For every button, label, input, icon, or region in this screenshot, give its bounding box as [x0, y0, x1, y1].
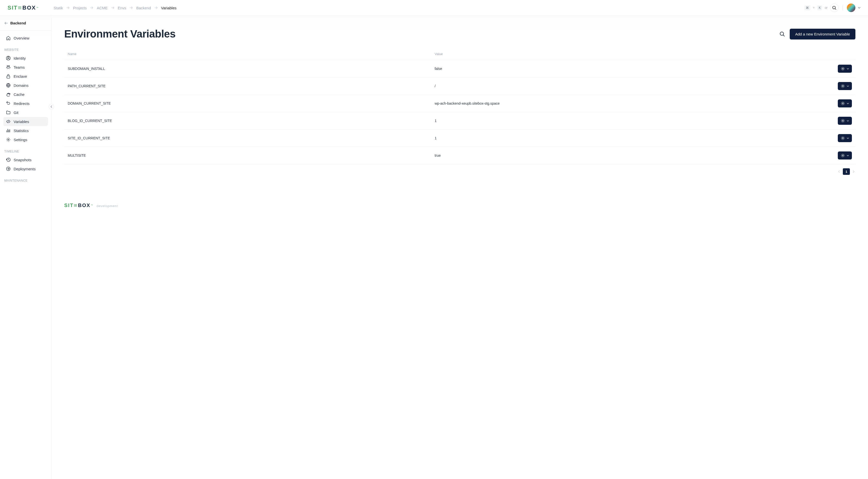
sidebar-item-variables[interactable]: Variables — [3, 117, 48, 126]
breadcrumb-item[interactable]: ACME — [97, 6, 107, 10]
sidebar-item-label: Enclave — [13, 74, 27, 78]
footer-logo: SIT≡BOX™ — [64, 202, 93, 208]
var-value: wp-ach-backend-xeupb.sitebox-stg.space — [435, 101, 802, 105]
sidebar-item-label: Snapshots — [13, 158, 31, 162]
gear-icon — [841, 119, 845, 123]
sidebar-heading: TIMELINE — [3, 144, 48, 155]
page-next-button[interactable] — [852, 169, 856, 174]
logo-tm: ™ — [36, 7, 39, 9]
search-icon — [832, 6, 836, 10]
kbd-or: or — [825, 6, 828, 9]
sidebar-item-statistics[interactable]: Statistics — [3, 126, 48, 135]
sidebar-item-redirects[interactable]: Redirects — [3, 99, 48, 108]
kbd-k: K — [817, 5, 822, 10]
var-name: DOMAIN_CURRENT_SITE — [68, 101, 435, 105]
row-settings-button[interactable] — [838, 65, 852, 73]
logo[interactable]: SIT≡BOX™ — [7, 4, 39, 11]
page-title: Environment Variables — [64, 28, 176, 40]
variables-icon — [6, 119, 10, 124]
page-header: Environment Variables Add a new Environm… — [64, 28, 856, 40]
row-settings-button[interactable] — [838, 117, 852, 125]
breadcrumb-arrow-icon — [90, 6, 93, 9]
chevron-down-icon — [847, 103, 849, 104]
sidebar-item-label: Redirects — [13, 101, 29, 106]
sidebar-item-cache[interactable]: Cache — [3, 90, 48, 99]
sidebar-item-deployments[interactable]: Deployments — [3, 164, 48, 173]
arrow-left-icon — [4, 22, 8, 24]
footer-env: development — [96, 204, 118, 208]
breadcrumb-item[interactable]: Projects — [73, 6, 87, 10]
chevron-down-icon — [847, 86, 849, 87]
row-settings-button[interactable] — [838, 99, 852, 107]
enclave-icon — [6, 74, 10, 78]
row-settings-button[interactable] — [838, 82, 852, 90]
var-value: 1 — [435, 136, 802, 140]
logo-bars: ≡ — [74, 202, 78, 208]
page-prev-button[interactable] — [837, 169, 841, 174]
table-row: BLOG_ID_CURRENT_SITE1 — [64, 112, 856, 129]
add-variable-button[interactable]: Add a new Environment Variable — [790, 29, 856, 39]
snapshots-icon — [6, 158, 10, 162]
row-settings-button[interactable] — [838, 152, 852, 160]
gear-icon — [841, 101, 845, 105]
column-value: Value — [435, 52, 802, 56]
topbar-actions: ⌘ + K or — [804, 3, 861, 12]
teams-icon — [6, 65, 10, 69]
page-search-button[interactable] — [780, 31, 785, 36]
sidebar-item-label: Statistics — [13, 129, 29, 133]
chevron-down-icon — [847, 120, 849, 122]
gear-icon — [841, 136, 845, 140]
var-name: PATH_CURRENT_SITE — [68, 84, 435, 88]
sidebar-item-label: Variables — [13, 120, 29, 124]
kbd-plus: + — [813, 6, 815, 9]
sidebar-item-identity[interactable]: Identity — [3, 54, 48, 63]
page-number[interactable]: 1 — [843, 168, 850, 175]
sidebar-item-label: Deployments — [13, 167, 36, 171]
sidebar-item-label: Overview — [13, 36, 29, 40]
breadcrumb-item[interactable]: Envs — [118, 6, 126, 10]
var-value: false — [435, 67, 802, 71]
chevron-down-icon — [847, 138, 849, 139]
sidebar-item-snapshots[interactable]: Snapshots — [3, 155, 48, 164]
deployments-icon — [6, 166, 10, 171]
sidebar-heading: WEBSITE — [3, 42, 48, 54]
gear-icon — [841, 84, 845, 88]
sidebar-item-teams[interactable]: Teams — [3, 63, 48, 72]
chevron-down-icon — [847, 155, 849, 156]
sidebar-item-enclave[interactable]: Enclave — [3, 72, 48, 81]
logo-tm: ™ — [91, 204, 93, 206]
sidebar-nav: Overview WEBSITEIdentityTeamsEnclaveDoma… — [0, 30, 51, 184]
git-icon — [6, 110, 10, 115]
sidebar-item-settings[interactable]: Settings — [3, 135, 48, 144]
logo-dark: BOX — [22, 4, 36, 11]
user-menu-chevron[interactable] — [858, 7, 861, 8]
back-link[interactable]: Backend — [0, 16, 51, 30]
cache-icon — [6, 92, 10, 97]
table-row: MULTISITEtrue — [64, 147, 856, 164]
back-link-label: Backend — [10, 21, 26, 25]
collapse-sidebar-button[interactable] — [49, 104, 54, 109]
stats-icon — [6, 128, 10, 133]
global-search-button[interactable] — [830, 3, 839, 12]
chevron-down-icon — [847, 68, 849, 69]
row-settings-button[interactable] — [838, 134, 852, 142]
pagination: 1 — [64, 168, 856, 175]
main-content: Environment Variables Add a new Environm… — [52, 16, 868, 479]
breadcrumb-item[interactable]: Backend — [136, 6, 151, 10]
avatar[interactable] — [847, 3, 856, 12]
breadcrumb-arrow-icon — [130, 6, 133, 9]
logo-bars: ≡ — [18, 4, 22, 11]
sidebar-item-label: Cache — [13, 92, 24, 97]
sidebar-item-domains[interactable]: Domains — [3, 81, 48, 90]
sidebar-item-label: Domains — [13, 83, 28, 88]
sidebar-item-overview[interactable]: Overview — [3, 33, 48, 42]
breadcrumb-arrow-icon — [111, 6, 114, 9]
table-row: SUBDOMAIN_INSTALLfalse — [64, 60, 856, 77]
table-row: DOMAIN_CURRENT_SITEwp-ach-backend-xeupb.… — [64, 95, 856, 112]
redirects-icon — [6, 101, 10, 106]
sidebar-item-git[interactable]: Git — [3, 108, 48, 117]
column-name: Name — [68, 52, 435, 56]
gear-icon — [841, 154, 845, 158]
breadcrumb-item[interactable]: Statik — [54, 6, 63, 10]
variables-table: Name Value SUBDOMAIN_INSTALLfalsePATH_CU… — [64, 52, 856, 164]
